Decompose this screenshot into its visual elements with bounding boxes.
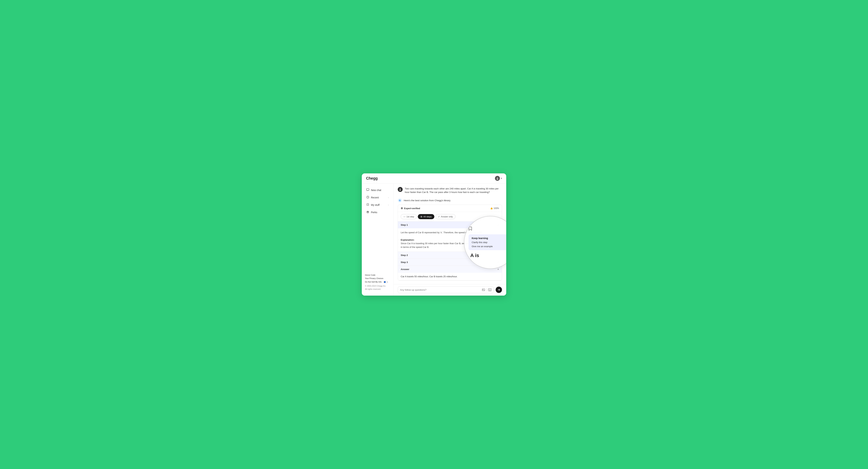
sidebar-item-new-chat[interactable]: New chat — [363, 187, 392, 194]
rating-section: 👍 100% — [490, 207, 499, 209]
send-button[interactable] — [496, 287, 502, 293]
svg-rect-2 — [367, 189, 369, 191]
check-icon: ✓ — [438, 215, 440, 218]
svg-rect-6 — [384, 281, 385, 283]
rating-value: 100% — [494, 207, 499, 209]
chevron-right-icon: › — [388, 197, 389, 199]
answer-header: G Here's the best solution from Chegg's … — [398, 198, 502, 202]
svg-rect-21 — [491, 290, 491, 290]
answer-value: Car A travels 55 miles/hour; Car B trave… — [398, 273, 502, 280]
step-3-title: Step 3 — [401, 261, 408, 264]
svg-rect-19 — [489, 290, 490, 290]
tab-all-steps[interactable]: ⊞ All steps — [418, 214, 434, 219]
svg-rect-17 — [491, 289, 491, 290]
grid-icon: ⊞ — [421, 215, 423, 218]
sidebar-item-perks[interactable]: Perks — [363, 209, 392, 216]
step-2-title: Step 2 — [401, 254, 408, 257]
keep-learning-card: Keep learning Clarify this step Give me … — [468, 234, 506, 250]
solution-card-header: ⚙ Expert-verified 👍 100% — [398, 205, 502, 212]
sidebar-item-recent[interactable]: Recent › — [363, 194, 392, 201]
gift-icon — [366, 210, 369, 214]
svg-point-10 — [399, 190, 401, 191]
chegg-icon: G — [398, 198, 402, 202]
chevron-right-icon-2: › — [388, 204, 389, 206]
sidebar-item-my-stuff[interactable]: My stuff › — [363, 201, 392, 208]
app-window: Chegg ▾ — [362, 173, 506, 296]
svg-point-9 — [400, 189, 401, 190]
input-bar — [394, 284, 506, 296]
tab-answer-only-label: Answer only — [441, 215, 453, 218]
svg-point-8 — [385, 281, 386, 282]
sidebar-footer: Honor Code Your Privacy Choices Do Not S… — [362, 271, 393, 293]
rights: All rights reserved. — [365, 288, 390, 291]
expert-verified: ⚙ Expert-verified — [401, 207, 420, 210]
sidebar: New chat Recent › — [362, 183, 394, 296]
header: Chegg ▾ — [362, 173, 506, 183]
answer-subtitle: Here's the best solution from Chegg's li… — [404, 199, 451, 202]
keyboard-button[interactable] — [488, 289, 492, 291]
image-upload-button[interactable] — [482, 288, 485, 291]
main-content: Two cars traveling towards each other ar… — [394, 183, 506, 296]
tab-all-steps-label: All steps — [423, 215, 432, 218]
follow-up-input[interactable] — [400, 289, 480, 291]
zoom-big-text: A is — [468, 253, 479, 258]
give-example-button[interactable]: Give me an example — [472, 245, 506, 248]
zoom-content: Keep learning Clarify this step Give me … — [464, 223, 506, 262]
svg-rect-15 — [489, 289, 490, 290]
bookmark-icon — [366, 203, 369, 207]
svg-rect-14 — [489, 289, 489, 290]
step-1-title: Step 1 — [401, 224, 408, 226]
dash-icon: — — [403, 215, 406, 218]
bookmark-zoom-icon[interactable] — [468, 227, 472, 232]
do-not-sell-link[interactable]: Do Not Sell My Info — [365, 280, 390, 283]
svg-point-0 — [497, 177, 498, 178]
chat-icon — [366, 189, 369, 192]
body: New chat Recent › — [362, 183, 506, 296]
chevron-down-icon: ▾ — [501, 177, 502, 179]
tab-answer-only[interactable]: ✓ Answer only — [435, 214, 456, 219]
sidebar-mystuff-label: My stuff — [371, 203, 386, 206]
sidebar-perks-label: Perks — [371, 211, 389, 214]
question-text: Two cars traveling towards each other ar… — [405, 187, 502, 194]
svg-rect-22 — [489, 291, 491, 291]
question-section: Two cars traveling towards each other ar… — [398, 187, 502, 194]
user-menu[interactable]: ▾ — [495, 176, 502, 181]
clarify-step-button[interactable]: Clarify this step — [472, 241, 506, 244]
copyright: © 2003-2023 Chegg Inc. — [365, 284, 390, 288]
sidebar-item-label: New chat — [371, 189, 389, 192]
avatar — [495, 176, 500, 181]
privacy-choices-link[interactable]: Your Privacy Choices — [365, 277, 390, 280]
sidebar-recent-label: Recent — [371, 196, 386, 199]
gear-icon: ⚙ — [401, 207, 403, 210]
svg-point-1 — [497, 179, 498, 180]
privacy-badge — [383, 281, 388, 283]
sidebar-nav: New chat Recent › — [362, 186, 393, 271]
svg-rect-16 — [490, 289, 490, 290]
expert-verified-label: Expert-verified — [404, 207, 420, 210]
honor-code-link[interactable]: Honor Code — [365, 274, 390, 277]
tab-first-step-label: 1st step — [406, 215, 414, 218]
clock-icon — [366, 196, 369, 199]
answer-chevron: ∧ — [497, 268, 499, 270]
svg-rect-20 — [490, 290, 490, 290]
answer-title: Answer — [401, 268, 409, 271]
chegg-logo: Chegg — [366, 176, 378, 180]
svg-rect-18 — [489, 290, 489, 290]
keep-learning-title: Keep learning — [472, 237, 506, 240]
input-field-wrap — [398, 287, 494, 293]
thumbs-up-icon: 👍 — [490, 207, 493, 209]
user-avatar — [398, 187, 403, 192]
tab-first-step[interactable]: — 1st step — [401, 214, 417, 219]
